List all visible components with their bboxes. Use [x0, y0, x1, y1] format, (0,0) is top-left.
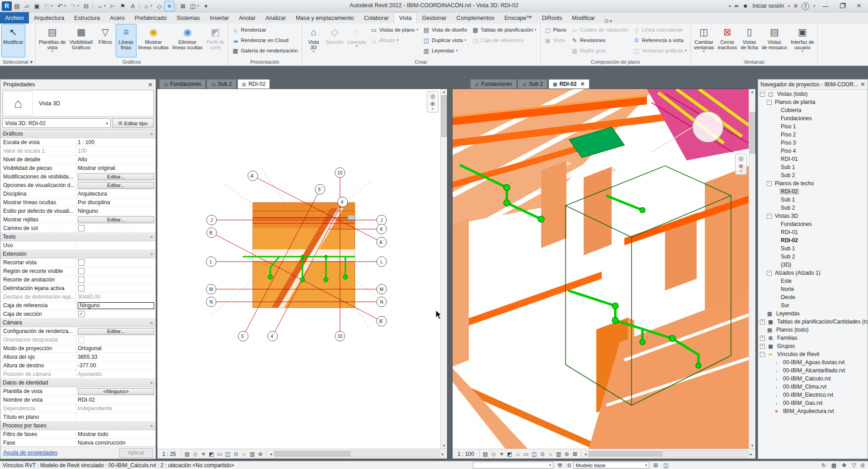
- view-3d-button[interactable]: ⌂Vista 3D▾: [304, 24, 324, 57]
- crop-view-icon[interactable]: ▭: [522, 450, 530, 458]
- zoom-icon[interactable]: ⊕: [739, 163, 744, 169]
- collapse-node-icon[interactable]: −: [767, 214, 772, 219]
- legends-button[interactable]: ▥Leyendas▾: [421, 46, 469, 56]
- ribbon-tab-modificar[interactable]: Modificar: [567, 13, 600, 23]
- visual-style-icon[interactable]: ◇: [191, 450, 199, 458]
- place-view-button[interactable]: ▣Vista: [542, 35, 568, 45]
- property-value[interactable]: ✓: [76, 267, 156, 275]
- scale-control[interactable]: 1 : 100: [454, 451, 477, 457]
- restore-button[interactable]: [836, 1, 849, 10]
- property-value[interactable]: Editar...: [76, 181, 156, 189]
- ribbon-tab-diroots[interactable]: DiRoots: [537, 13, 567, 23]
- expand-node-icon[interactable]: +: [760, 319, 765, 324]
- tree-item-00-ibim-aguas-lluvias-rvt[interactable]: ↓00-IBIM_Aguas lluvias.rvt: [758, 358, 868, 366]
- property-value[interactable]: <Ninguno>: [76, 387, 156, 395]
- property-value[interactable]: Alto: [76, 155, 156, 164]
- horizontal-scrollbar[interactable]: [588, 450, 749, 457]
- measure-icon[interactable]: ↔: [95, 1, 104, 11]
- ribbon-tab-enscape-[interactable]: Enscape™: [500, 13, 537, 23]
- shadows-icon[interactable]: ◩: [506, 450, 514, 458]
- tree-item-ibim-arquitectura-rvt[interactable]: ×IBIM_Arquitectura.rvt: [758, 407, 868, 415]
- property-value[interactable]: Independiente: [76, 404, 156, 413]
- guide-grid-button[interactable]: ▦Rejilla guía: [569, 46, 630, 56]
- zoom-dropdown-icon[interactable]: ▾: [740, 169, 742, 173]
- property-value[interactable]: ✓: [76, 224, 156, 232]
- grid-bubble-A[interactable]: A´: [248, 171, 258, 181]
- grid-bubble-10[interactable]: 10: [335, 168, 345, 178]
- tree-item-sub-1[interactable]: Sub 1: [758, 163, 868, 171]
- view-tab-fundaciones[interactable]: ▤Fundaciones: [159, 79, 206, 89]
- edit-button[interactable]: Editar...: [78, 328, 154, 335]
- show-crop-region-icon[interactable]: ◫: [530, 450, 538, 458]
- property-section-proceso-por-fases[interactable]: Proceso por fases«: [0, 422, 156, 430]
- tree-item-piso-3[interactable]: Piso 3: [758, 139, 868, 147]
- ribbon-tab-sistemas[interactable]: Sistemas: [172, 13, 205, 23]
- close-view-icon[interactable]: ✕: [580, 81, 585, 87]
- render-cloud-button[interactable]: ☁Renderizar en Cloud: [230, 35, 300, 45]
- lock-3d-view-icon[interactable]: ⊠: [571, 450, 579, 458]
- ribbon-tab-complementos[interactable]: Complementos: [452, 13, 500, 23]
- grid-bubble-M[interactable]: M: [206, 284, 216, 294]
- cursor-button[interactable]: ↖Modificar: [2, 24, 25, 57]
- apply-button[interactable]: Aplicar: [119, 448, 153, 458]
- navigation-bar[interactable]: ◎ ⊕ ▾: [735, 154, 747, 175]
- default-3d-view-icon-dropdown[interactable]: ▾: [151, 4, 154, 8]
- ribbon-collapse-icon[interactable]: ⊡ ▾: [604, 19, 612, 23]
- minimize-button[interactable]: —: [819, 1, 832, 10]
- tree-item-00-ibim-electrico-rvt[interactable]: ↓00-IBIM_Electrico.rvt: [758, 391, 868, 399]
- property-value[interactable]: ✓: [76, 276, 156, 284]
- tree-item-grupos[interactable]: +▣Grupos: [758, 342, 868, 350]
- view-tab-rdi-02[interactable]: ▥RDI-02✕: [548, 79, 590, 89]
- tree-item-fundaciones[interactable]: Fundaciones: [758, 220, 868, 228]
- panel-label-crear[interactable]: Crear: [302, 58, 540, 66]
- tree-item-vistas-todo-[interactable]: −▢Vistas (todo): [758, 90, 868, 98]
- visual-style-icon[interactable]: ◇: [490, 450, 498, 458]
- view-reference-button[interactable]: ①Referencia a vista: [631, 35, 689, 45]
- thin-lines-icon[interactable]: ≡: [165, 1, 174, 11]
- collapse-node-icon[interactable]: −: [767, 100, 772, 105]
- collapse-section-icon[interactable]: «: [150, 132, 155, 135]
- render-dialog-icon[interactable]: ♨: [514, 450, 522, 458]
- worksharing-display-icon[interactable]: ⊚: [563, 450, 571, 458]
- scope-box-button[interactable]: ◳Caja de referencia: [470, 35, 538, 45]
- tree-item-oeste[interactable]: Oeste: [758, 293, 868, 301]
- switch-windows-icon-dropdown[interactable]: ▾: [197, 4, 201, 8]
- titleblock-button[interactable]: ▭Cuadro de rotulación: [569, 25, 630, 35]
- horizontal-scrollbar[interactable]: [274, 450, 441, 457]
- property-value[interactable]: Ajustando: [76, 370, 156, 378]
- print-icon[interactable]: ⊟: [81, 1, 91, 11]
- edit-button[interactable]: Editar...: [78, 216, 154, 223]
- show-crop-region-icon[interactable]: ◫: [224, 450, 232, 458]
- tree-item-familias[interactable]: +⊞Familias: [758, 334, 868, 342]
- drag-elements-icon[interactable]: ✥: [840, 462, 848, 469]
- collapse-node-icon[interactable]: −: [767, 181, 772, 186]
- panel-label-ventanas[interactable]: Ventanas: [691, 58, 817, 66]
- property-section-gr-ficos[interactable]: Gráficos«: [0, 130, 156, 138]
- collapse-node-icon[interactable]: −: [767, 271, 772, 276]
- dimension-icon[interactable]: ⊢: [108, 1, 118, 11]
- property-value[interactable]: Por disciplina: [76, 198, 156, 206]
- background-processes-icon[interactable]: ↻: [820, 462, 827, 469]
- grid-bubble-5[interactable]: 5´: [315, 184, 325, 194]
- elevation-button[interactable]: △Alzado▾: [368, 35, 420, 45]
- tree-item-piso-1[interactable]: Piso 1: [758, 122, 868, 131]
- property-section-datos-de-identidad[interactable]: Datos de identidad«: [0, 379, 156, 387]
- measure-icon-dropdown[interactable]: ▾: [104, 4, 108, 8]
- grid-bubble-4[interactable]: 4´: [338, 197, 348, 207]
- grid-bubble-A[interactable]: A´: [377, 237, 387, 247]
- tree-item--3d-[interactable]: {3D}: [758, 261, 868, 269]
- tree-item-fundaciones[interactable]: Fundaciones: [758, 114, 868, 122]
- expand-node-icon[interactable]: +: [760, 344, 765, 349]
- sync-icon-dropdown[interactable]: ▾: [51, 4, 55, 8]
- active-only-icon[interactable]: ◫: [662, 462, 670, 469]
- grid-bubble-J[interactable]: J: [377, 215, 387, 225]
- property-value[interactable]: 3655.33: [76, 353, 156, 361]
- reveal-hidden-elements-icon[interactable]: ☼: [547, 450, 555, 458]
- viewports-button[interactable]: ◫Ventanas gráficas▾: [631, 46, 689, 56]
- panel-label-graficos[interactable]: Gráficos: [36, 58, 228, 66]
- revisions-button[interactable]: ✎Revisiones: [569, 35, 630, 45]
- signin-button[interactable]: Iniciar sesión: [752, 3, 784, 9]
- view-tab-sub-2[interactable]: ▤Sub 2: [518, 79, 547, 89]
- collapse-arrow-icon[interactable]: ◂: [728, 4, 731, 8]
- tree-item-00-ibim-alcantarillado-rvt[interactable]: ↓00-IBIM_Alcantarillado.rvt: [758, 366, 868, 375]
